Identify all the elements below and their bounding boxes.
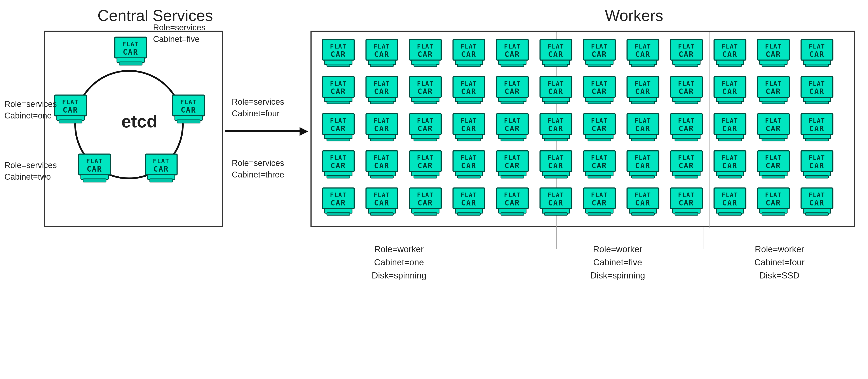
svg-text:CAR: CAR xyxy=(417,198,433,207)
svg-text:CAR: CAR xyxy=(809,50,825,59)
svg-text:CAR: CAR xyxy=(635,50,650,59)
svg-rect-182 xyxy=(631,138,654,141)
svg-rect-102 xyxy=(457,101,480,104)
svg-rect-57 xyxy=(588,64,611,67)
worker-r5c12: FLATCAR xyxy=(797,187,837,218)
svg-text:FLAT: FLAT xyxy=(548,117,564,124)
worker-r5c3: FLATCAR xyxy=(405,187,445,218)
worker-r2c2: FLATCAR xyxy=(362,75,402,107)
svg-text:CAR: CAR xyxy=(592,124,607,133)
svg-text:FLAT: FLAT xyxy=(678,191,694,199)
svg-text:FLAT: FLAT xyxy=(461,43,477,50)
svg-rect-197 xyxy=(762,138,785,141)
svg-text:FLAT: FLAT xyxy=(634,191,651,199)
worker-r3c2: FLATCAR xyxy=(362,113,402,144)
svg-rect-32 xyxy=(370,64,393,67)
svg-text:CAR: CAR xyxy=(809,124,825,133)
svg-rect-152 xyxy=(370,138,393,141)
svg-rect-207 xyxy=(327,176,350,178)
svg-text:CAR: CAR xyxy=(766,161,781,170)
worker-r2c10: FLATCAR xyxy=(710,75,750,107)
worker-r2c7: FLATCAR xyxy=(579,75,620,107)
svg-rect-77 xyxy=(762,64,785,67)
worker-label-cabinet-four: Role=worker Cabinet=four Disk=SSD xyxy=(754,243,805,282)
svg-text:FLAT: FLAT xyxy=(634,117,651,124)
svg-rect-302 xyxy=(631,213,654,215)
svg-rect-132 xyxy=(718,101,741,104)
svg-text:FLAT: FLAT xyxy=(417,191,433,199)
svg-text:FLAT: FLAT xyxy=(417,154,433,161)
svg-text:FLAT: FLAT xyxy=(461,117,477,124)
worker-r4c3: FLATCAR xyxy=(405,150,445,181)
svg-rect-2 xyxy=(119,62,142,65)
worker-r3c1: FLATCAR xyxy=(318,113,359,144)
svg-text:FLAT: FLAT xyxy=(417,43,433,50)
svg-rect-297 xyxy=(588,213,611,215)
svg-text:FLAT: FLAT xyxy=(373,154,390,161)
svg-rect-122 xyxy=(631,101,654,104)
svg-text:CAR: CAR xyxy=(154,165,169,173)
svg-text:CAR: CAR xyxy=(679,198,694,207)
worker-r3c3: FLATCAR xyxy=(405,113,445,144)
flatcar-node-bottom-left: FLAT CAR xyxy=(78,153,112,185)
divider-line-1-ext xyxy=(407,227,407,249)
divider-line-2-ext xyxy=(556,227,557,249)
svg-text:FLAT: FLAT xyxy=(591,154,608,161)
svg-rect-202 xyxy=(805,138,829,141)
svg-rect-217 xyxy=(414,176,437,178)
svg-rect-27 xyxy=(327,64,350,67)
worker-r3c5: FLATCAR xyxy=(492,113,533,144)
svg-text:FLAT: FLAT xyxy=(591,191,608,199)
svg-text:CAR: CAR xyxy=(417,87,433,96)
worker-r2c11: FLATCAR xyxy=(753,75,794,107)
svg-text:CAR: CAR xyxy=(63,105,78,114)
worker-r5c5: FLATCAR xyxy=(492,187,533,218)
svg-text:FLAT: FLAT xyxy=(678,43,694,50)
label-services-one: Role=services Cabinet=one xyxy=(4,98,57,122)
worker-r2c8: FLATCAR xyxy=(623,75,663,107)
svg-text:FLAT: FLAT xyxy=(634,43,651,50)
worker-r5c7: FLATCAR xyxy=(579,187,620,218)
worker-r5c9: FLATCAR xyxy=(666,187,707,218)
svg-text:FLAT: FLAT xyxy=(417,117,433,124)
worker-r1c12: FLATCAR xyxy=(797,38,837,70)
svg-rect-22 xyxy=(150,179,173,182)
svg-text:CAR: CAR xyxy=(331,161,346,170)
svg-text:CAR: CAR xyxy=(722,50,738,59)
svg-text:FLAT: FLAT xyxy=(765,191,781,199)
svg-text:CAR: CAR xyxy=(461,198,476,207)
svg-text:CAR: CAR xyxy=(374,198,390,207)
svg-rect-157 xyxy=(414,138,437,141)
svg-text:CAR: CAR xyxy=(461,124,476,133)
workers-row-3: FLATCAR FLATCAR FLATCAR FLATCAR FLATCAR … xyxy=(312,113,854,144)
svg-text:CAR: CAR xyxy=(809,161,825,170)
svg-rect-172 xyxy=(545,138,567,141)
svg-text:FLAT: FLAT xyxy=(461,80,477,87)
worker-r4c11: FLATCAR xyxy=(753,150,794,181)
svg-text:CAR: CAR xyxy=(461,161,476,170)
svg-text:CAR: CAR xyxy=(374,87,390,96)
worker-r1c9: FLATCAR xyxy=(666,38,707,70)
svg-text:CAR: CAR xyxy=(635,87,650,96)
worker-r1c1: FLATCAR xyxy=(318,38,359,70)
svg-text:CAR: CAR xyxy=(331,124,346,133)
svg-text:FLAT: FLAT xyxy=(153,158,169,165)
svg-rect-277 xyxy=(414,213,437,215)
label-services-three: Role=services Cabinet=three xyxy=(232,157,284,181)
svg-text:FLAT: FLAT xyxy=(548,80,564,87)
svg-text:CAR: CAR xyxy=(505,124,520,133)
workers-row-5: FLATCAR FLATCAR FLATCAR FLATCAR FLATCAR … xyxy=(312,187,854,218)
svg-rect-322 xyxy=(805,213,829,215)
svg-text:FLAT: FLAT xyxy=(765,43,781,50)
svg-text:CAR: CAR xyxy=(123,48,138,56)
svg-text:FLAT: FLAT xyxy=(721,80,738,87)
svg-text:CAR: CAR xyxy=(505,161,520,170)
svg-text:FLAT: FLAT xyxy=(330,117,346,124)
arrow-head: ▶ xyxy=(300,125,308,136)
flatcar-svg-bl: FLAT CAR xyxy=(78,153,112,184)
svg-text:FLAT: FLAT xyxy=(721,191,738,199)
svg-rect-257 xyxy=(762,176,785,178)
svg-text:FLAT: FLAT xyxy=(180,99,196,106)
svg-rect-92 xyxy=(370,101,393,104)
svg-text:CAR: CAR xyxy=(417,161,433,170)
